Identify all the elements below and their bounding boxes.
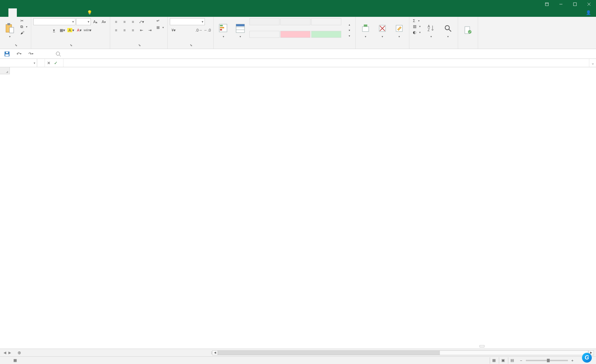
print-preview-button[interactable] [55, 50, 62, 57]
hscroll-thumb[interactable] [218, 351, 440, 355]
style-normal[interactable] [249, 31, 280, 38]
gallery-up-icon[interactable]: ▴ [346, 22, 353, 28]
tab-view[interactable] [59, 8, 67, 17]
font-name-select[interactable] [33, 18, 75, 25]
gallery-down-icon[interactable]: ▾ [346, 28, 353, 33]
clear-button[interactable]: ◐▾ [411, 30, 422, 35]
underline-button[interactable]: ▾ [50, 27, 58, 34]
tab-dev[interactable] [67, 8, 76, 17]
zoom-out-button[interactable]: − [520, 358, 522, 363]
zoom-in-button[interactable]: + [571, 358, 574, 363]
number-format-select[interactable] [170, 18, 205, 25]
redo-button[interactable]: ↷ ▾ [27, 50, 34, 57]
style-bad[interactable] [280, 31, 310, 38]
hscroll-right-icon[interactable]: ▶ [588, 350, 594, 355]
name-box-input[interactable] [0, 59, 37, 67]
copy-button[interactable]: ⧉▾ [19, 24, 29, 29]
merge-center-button[interactable]: ⊞▾ [155, 25, 165, 30]
accounting-button[interactable]: ¥▾ [170, 27, 178, 34]
align-center-button[interactable]: ≡ [121, 27, 128, 34]
dialog-launcher-icon[interactable]: ⬊ [190, 43, 193, 47]
tab-home[interactable] [8, 8, 17, 17]
insert-cells-button[interactable]: ▾ [358, 18, 373, 42]
horizontal-scrollbar[interactable]: ⁞ ◀ ▶ [26, 350, 594, 355]
bold-button[interactable] [33, 27, 41, 34]
invoice-check-button[interactable] [460, 18, 476, 42]
expand-formula-bar-button[interactable]: ⌄ [589, 59, 596, 67]
save-button[interactable] [4, 50, 11, 57]
maximize-button[interactable] [568, 0, 582, 8]
tab-insert[interactable] [17, 8, 25, 17]
select-all-corner[interactable] [0, 67, 10, 74]
increase-decimal-button[interactable]: .0→ [195, 27, 203, 34]
sort-filter-button[interactable]: AZ ▾ [423, 18, 439, 42]
search-icon [444, 24, 452, 33]
format-painter-button[interactable]: 🖌 [19, 30, 29, 35]
align-middle-button[interactable]: ≡ [121, 18, 128, 25]
border-button[interactable]: ▦▾ [59, 27, 66, 34]
dialog-launcher-icon[interactable]: ⬊ [138, 43, 141, 47]
font-size-select[interactable] [76, 18, 91, 25]
add-sheet-button[interactable]: ⊕ [15, 350, 24, 355]
decrease-decimal-button[interactable]: ←.0 [203, 27, 211, 34]
decrease-font-button[interactable]: A▾ [100, 18, 108, 25]
style-good[interactable] [311, 31, 341, 38]
gallery-more-icon[interactable]: ▾ [346, 33, 353, 39]
view-page-break-button[interactable]: ▤ [508, 357, 516, 364]
format-as-table-button[interactable]: ▾ [233, 18, 248, 42]
autosum-button[interactable]: Σ▾ [411, 18, 422, 23]
percent-button[interactable] [178, 27, 186, 34]
cut-button[interactable]: ✂ [19, 18, 29, 23]
tell-me[interactable]: 💡 [87, 8, 94, 17]
tab-formulas[interactable] [34, 8, 42, 17]
tab-data[interactable] [42, 8, 51, 17]
ime-indicator[interactable] [480, 345, 484, 347]
formula-input[interactable] [63, 59, 589, 67]
enter-entry-button[interactable]: ✓ [54, 61, 58, 66]
delete-cells-button[interactable]: ▾ [375, 18, 390, 42]
align-right-button[interactable]: ≡ [129, 27, 137, 34]
ribbon-options-icon[interactable] [540, 0, 554, 8]
align-left-button[interactable]: ≡ [112, 27, 120, 34]
undo-button[interactable]: ↶ ▾ [15, 50, 22, 57]
comma-button[interactable] [187, 27, 194, 34]
fill-color-button[interactable]: A▾ [67, 27, 75, 34]
find-select-button[interactable]: ▾ [440, 18, 456, 42]
share-button[interactable]: 👤 [582, 10, 596, 15]
view-normal-button[interactable]: ▦ [490, 357, 497, 364]
cell-style-gallery[interactable] [249, 18, 344, 42]
indent-decrease-button[interactable]: ⇤ [138, 27, 145, 34]
tab-layout[interactable] [25, 8, 34, 17]
phonetic-button[interactable]: wén▾ [84, 27, 92, 34]
align-bottom-button[interactable]: ≡ [129, 18, 137, 25]
minimize-button[interactable] [554, 0, 568, 8]
format-cells-button[interactable]: ▾ [391, 18, 407, 42]
tab-file[interactable] [0, 8, 8, 17]
dialog-launcher-icon[interactable]: ⬊ [15, 43, 18, 47]
zoom-slider[interactable] [526, 360, 568, 361]
fill-button[interactable]: ▥▾ [411, 24, 422, 29]
italic-button[interactable] [42, 27, 49, 34]
tab-review[interactable] [51, 8, 59, 17]
dialog-launcher-icon[interactable]: ⬊ [70, 43, 73, 47]
macro-record-icon[interactable]: ▦ [13, 358, 17, 363]
font-color-button[interactable]: A▾ [75, 27, 83, 34]
paste-button[interactable]: ▾ [2, 18, 18, 42]
style-good-sheet4[interactable] [280, 18, 310, 25]
conditional-format-button[interactable]: ▾ [216, 18, 231, 42]
sheet-nav-next-icon[interactable]: ▶ [8, 351, 11, 355]
style-bad-sheet4[interactable] [249, 18, 280, 25]
increase-font-button[interactable]: A▴ [92, 18, 99, 25]
wrap-text-button[interactable]: ↵ [155, 18, 165, 23]
align-top-button[interactable]: ≡ [112, 18, 120, 25]
sheet-nav-prev-icon[interactable]: ◀ [4, 351, 6, 355]
orientation-button[interactable]: ⤢▾ [138, 18, 145, 25]
close-button[interactable] [582, 0, 596, 8]
cancel-entry-button[interactable]: ✕ [47, 61, 51, 66]
tab-pdf[interactable] [76, 8, 84, 17]
hscroll-left-icon[interactable]: ◀ [212, 350, 218, 355]
style-thousand-sep-2[interactable] [311, 18, 341, 25]
name-box[interactable] [0, 59, 37, 67]
indent-increase-button[interactable]: ⇥ [146, 27, 154, 34]
view-page-layout-button[interactable]: ▣ [499, 357, 507, 364]
